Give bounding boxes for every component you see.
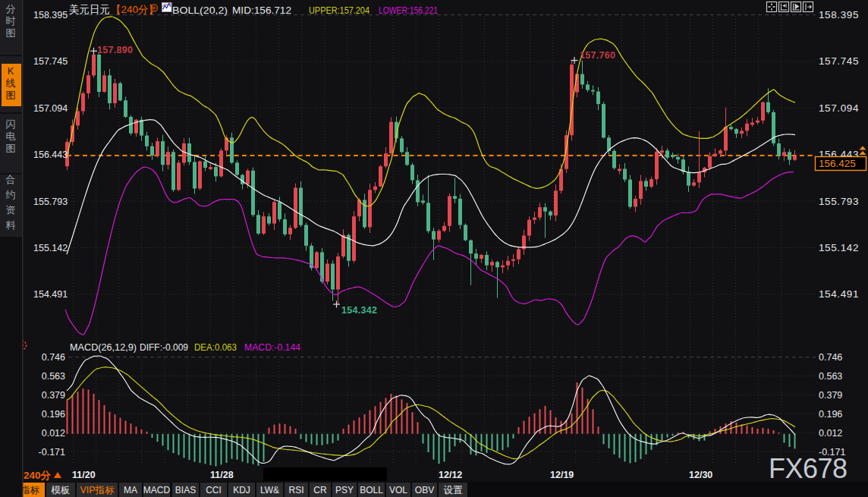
svg-text:LW&: LW& — [260, 485, 279, 495]
svg-text:VOL: VOL — [389, 485, 407, 495]
svg-text:合: 合 — [6, 174, 16, 185]
svg-text:CCI: CCI — [206, 485, 222, 495]
svg-text:PSY: PSY — [335, 485, 354, 495]
svg-text:时: 时 — [6, 15, 16, 27]
svg-text:157.760: 157.760 — [580, 50, 615, 61]
svg-text:158.395: 158.395 — [33, 10, 68, 20]
svg-text:图: 图 — [6, 143, 16, 154]
svg-text:156.443: 156.443 — [33, 149, 68, 160]
svg-text:154.491: 154.491 — [33, 289, 68, 300]
svg-text:MACD:-0.144: MACD:-0.144 — [244, 341, 300, 353]
svg-text:约: 约 — [6, 189, 16, 200]
svg-text:0.379: 0.379 — [819, 390, 842, 401]
svg-text:154.342: 154.342 — [341, 305, 377, 316]
svg-text:0.563: 0.563 — [42, 371, 65, 382]
svg-text:RSI: RSI — [288, 485, 303, 495]
svg-text:UPPER:157.204: UPPER:157.204 — [309, 5, 370, 16]
svg-text:美元日元: 美元日元 — [69, 4, 110, 15]
svg-text:图: 图 — [6, 27, 16, 39]
svg-text:资: 资 — [6, 204, 16, 215]
svg-text:模板: 模板 — [51, 485, 71, 495]
svg-text:0.563: 0.563 — [819, 371, 842, 382]
svg-text:11/28: 11/28 — [210, 470, 234, 480]
svg-text:12/19: 12/19 — [550, 470, 574, 480]
svg-text:157.745: 157.745 — [33, 56, 68, 67]
svg-text:240分: 240分 — [24, 470, 52, 481]
svg-text:157.745: 157.745 — [819, 55, 859, 67]
svg-text:-0.171: -0.171 — [39, 447, 65, 458]
svg-text:BOLL(20,2): BOLL(20,2) — [172, 5, 228, 16]
svg-text:0.012: 0.012 — [819, 428, 842, 439]
svg-text:BIAS: BIAS — [175, 485, 196, 495]
svg-text:157.890: 157.890 — [97, 45, 133, 55]
svg-text:0.746: 0.746 — [42, 352, 65, 363]
svg-text:157.094: 157.094 — [33, 103, 68, 114]
svg-text:156.425: 156.425 — [819, 158, 856, 169]
svg-text:线: 线 — [6, 77, 16, 89]
svg-text:MID:156.712: MID:156.712 — [232, 5, 291, 16]
svg-text:分: 分 — [6, 3, 16, 14]
svg-text:12/12: 12/12 — [439, 470, 462, 480]
svg-text:BOLL: BOLL — [360, 485, 383, 495]
svg-text:CR: CR — [313, 485, 327, 495]
svg-text:KDJ: KDJ — [233, 485, 250, 495]
svg-text:11/20: 11/20 — [72, 470, 96, 480]
svg-text:VIP指标: VIP指标 — [80, 485, 115, 495]
svg-text:料: 料 — [6, 219, 16, 231]
svg-text:电: 电 — [6, 131, 16, 142]
svg-text:FX678: FX678 — [769, 453, 848, 484]
svg-text:157.094: 157.094 — [819, 102, 859, 114]
svg-text:158.395: 158.395 — [819, 9, 859, 20]
svg-text:155.142: 155.142 — [33, 243, 68, 253]
svg-text:DEA:0.063: DEA:0.063 — [194, 341, 237, 353]
svg-text:DIFF:-0.009: DIFF:-0.009 — [140, 341, 188, 353]
svg-text:设置: 设置 — [444, 485, 464, 495]
svg-text:155.793: 155.793 — [33, 197, 68, 207]
svg-text:12/30: 12/30 — [689, 470, 712, 480]
svg-text:0.379: 0.379 — [42, 390, 65, 401]
svg-text:MA: MA — [124, 485, 137, 495]
svg-text:LOWER:156.221: LOWER:156.221 — [379, 5, 438, 16]
svg-text:0.012: 0.012 — [42, 428, 65, 439]
svg-text:154.491: 154.491 — [819, 288, 859, 300]
svg-text:0.196: 0.196 — [819, 409, 842, 420]
svg-text:K: K — [8, 65, 14, 77]
svg-text:OBV: OBV — [415, 485, 434, 495]
svg-text:MACD(26,12,9): MACD(26,12,9) — [70, 341, 137, 353]
svg-text:图: 图 — [6, 90, 16, 101]
svg-text:0.746: 0.746 — [819, 352, 842, 363]
svg-text:0.196: 0.196 — [42, 409, 65, 420]
svg-text:155.793: 155.793 — [819, 196, 859, 207]
svg-text:MACD: MACD — [143, 485, 171, 495]
svg-text:155.142: 155.142 — [819, 242, 859, 253]
svg-text:闪: 闪 — [6, 118, 16, 130]
